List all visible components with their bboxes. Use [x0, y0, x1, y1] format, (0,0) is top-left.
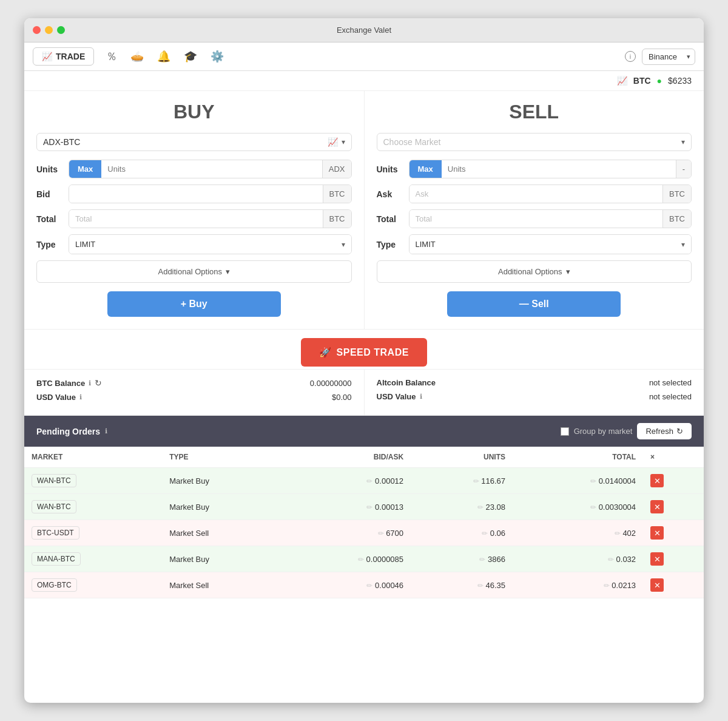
buy-additional-options-button[interactable]: Additional Options ▾ [36, 260, 352, 283]
buy-market-icons: 📈 ▾ [328, 137, 345, 147]
graduation-icon[interactable]: 🎓 [184, 50, 197, 63]
btc-balance-refresh-icon[interactable]: ↻ [95, 378, 102, 388]
orders-table: MARKET TYPE BID/ASK UNITS TOTAL × WAN-BT… [24, 447, 704, 598]
refresh-label: Refresh [645, 427, 673, 436]
price-bar: 📈 BTC ● $6233 [24, 71, 704, 91]
sell-type-label: Type [377, 240, 404, 249]
tab-trade[interactable]: 📈 TRADE [33, 47, 94, 66]
sell-ask-input-group: BTC [409, 184, 692, 203]
total-edit-icon[interactable]: ✏ [608, 555, 614, 564]
buy-bid-row: Bid 0.00002702 BTC [36, 184, 352, 203]
units-edit-icon[interactable]: ✏ [479, 555, 485, 564]
sell-units-row: Units Max - [377, 160, 692, 178]
total-edit-icon[interactable]: ✏ [590, 477, 596, 486]
buy-button[interactable]: + Buy [107, 291, 281, 317]
altcoin-balance-value: not selected [649, 378, 692, 387]
sell-total-input-group: BTC [409, 209, 692, 228]
delete-row-button[interactable]: ✕ [650, 552, 664, 566]
minimize-button[interactable] [45, 26, 53, 34]
cell-total: ✏ 0.032 [513, 546, 643, 572]
delete-row-button[interactable]: ✕ [650, 526, 664, 540]
buy-bid-label: Bid [36, 189, 64, 199]
pending-orders-info-icon[interactable]: ℹ [105, 427, 107, 435]
delete-row-button[interactable]: ✕ [650, 474, 664, 487]
sell-market-dropdown-icon: ▾ [681, 138, 685, 146]
delete-row-button[interactable]: ✕ [650, 500, 664, 513]
maximize-button[interactable] [57, 26, 65, 34]
speed-trade-button[interactable]: 🚀 SPEED TRADE [301, 338, 427, 367]
btc-balance-info-icon[interactable]: ℹ [89, 379, 91, 387]
col-delete: × [643, 447, 704, 468]
buy-market-selector[interactable]: ADX-BTC 📈 ▾ [36, 133, 352, 151]
total-edit-icon[interactable]: ✏ [590, 503, 596, 512]
sell-max-button[interactable]: Max [410, 160, 442, 178]
btc-usd-info-icon[interactable]: ℹ [79, 393, 82, 401]
percent-icon[interactable]: ％ [106, 49, 117, 64]
total-edit-icon[interactable]: ✏ [604, 581, 610, 590]
sell-ask-input[interactable] [410, 185, 663, 203]
sell-button[interactable]: — Sell [447, 291, 621, 317]
buy-market-dropdown-icon: ▾ [342, 138, 345, 146]
bid-edit-icon[interactable]: ✏ [366, 503, 372, 512]
cell-bid-ask: ✏ 0.00046 [280, 572, 411, 598]
toolbar-icons: ％ 🥧 🔔 🎓 ⚙️ [106, 49, 224, 64]
buy-type-row: Type LIMIT MARKET [36, 234, 352, 254]
sell-type-select[interactable]: LIMIT MARKET [410, 235, 692, 254]
table-row: WAN-BTC Market Buy ✏ 0.00012 ✏ 116.67 ✏ … [24, 468, 704, 494]
buy-max-button[interactable]: Max [69, 160, 101, 178]
sell-total-input[interactable] [410, 210, 663, 228]
cell-type: Market Buy [162, 468, 280, 494]
bid-edit-icon[interactable]: ✏ [358, 555, 364, 564]
alt-usd-info-icon[interactable]: ℹ [420, 393, 422, 401]
sell-additional-options-button[interactable]: Additional Options ▾ [377, 260, 692, 283]
bid-edit-icon[interactable]: ✏ [366, 477, 372, 486]
group-by-checkbox[interactable] [561, 427, 569, 436]
buy-additional-options-label: Additional Options [158, 267, 222, 276]
balance-section: BTC Balance ℹ ↻ 0.00000000 USD Value ℹ $… [24, 370, 704, 416]
window-title: Exchange Valet [337, 25, 391, 35]
units-edit-icon[interactable]: ✏ [473, 477, 479, 486]
buy-bid-input[interactable]: 0.00002702 [69, 185, 323, 203]
delete-row-button[interactable]: ✕ [650, 578, 664, 592]
cell-units: ✏ 3866 [411, 546, 513, 572]
sell-buttons-row: — Sell [377, 291, 692, 317]
units-edit-icon[interactable]: ✏ [477, 581, 484, 590]
btc-usd-label: USD Value [36, 393, 76, 402]
sell-type-row: Type LIMIT MARKET [377, 234, 692, 254]
buy-type-select-wrapper: LIMIT MARKET [69, 234, 352, 254]
price-value: $6233 [668, 76, 692, 86]
sell-panel: SELL Choose Market ▾ Units Max - [365, 91, 704, 329]
buy-units-input[interactable] [101, 160, 322, 178]
bid-edit-icon[interactable]: ✏ [378, 529, 384, 538]
market-badge: MANA-BTC [32, 552, 81, 566]
refresh-button[interactable]: Refresh ↻ [637, 423, 692, 439]
cell-bid-ask: ✏ 0.00013 [280, 494, 411, 520]
units-edit-icon[interactable]: ✏ [477, 503, 484, 512]
titlebar: Exchange Valet [24, 18, 704, 42]
btc-balance-value: 0.00000000 [310, 379, 352, 388]
price-status-dot: ● [657, 76, 662, 86]
toolbar-right: i Binance Bittrex Poloniex [625, 49, 695, 65]
cell-market: MANA-BTC [24, 546, 162, 572]
bell-icon[interactable]: 🔔 [157, 50, 170, 63]
pending-orders-header: Pending Orders ℹ Group by market Refresh… [24, 416, 704, 447]
buy-type-select[interactable]: LIMIT MARKET [69, 235, 351, 254]
sell-market-selector[interactable]: Choose Market ▾ [377, 133, 692, 151]
cell-type: Market Buy [162, 494, 280, 520]
sell-units-input-group: Max - [409, 160, 692, 178]
units-edit-icon[interactable]: ✏ [482, 529, 488, 538]
total-edit-icon[interactable]: ✏ [615, 529, 621, 538]
info-icon[interactable]: i [625, 51, 636, 62]
exchange-select[interactable]: Binance Bittrex Poloniex [642, 49, 695, 65]
gear-icon[interactable]: ⚙️ [211, 50, 224, 63]
sell-market-placeholder: Choose Market [383, 137, 677, 147]
pie-chart-icon[interactable]: 🥧 [130, 50, 144, 63]
cell-units: ✏ 23.08 [411, 494, 513, 520]
bid-edit-icon[interactable]: ✏ [366, 581, 372, 590]
sell-units-input[interactable] [442, 160, 676, 178]
btc-usd-value: $0.00 [332, 393, 352, 402]
cell-bid-ask: ✏ 0.00012 [280, 468, 411, 494]
close-button[interactable] [33, 26, 41, 34]
buy-total-input[interactable] [69, 210, 323, 228]
btc-balance-label: BTC Balance [36, 379, 85, 388]
